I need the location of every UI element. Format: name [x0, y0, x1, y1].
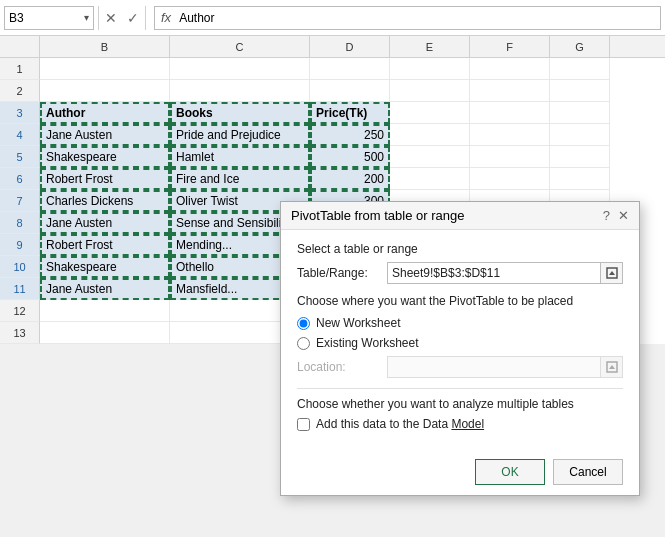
- cell-g2[interactable]: [550, 80, 610, 102]
- col-header-f[interactable]: F: [470, 36, 550, 57]
- dialog-close-icon[interactable]: ✕: [618, 208, 629, 223]
- cell-f4[interactable]: [470, 124, 550, 146]
- location-input[interactable]: [387, 356, 601, 378]
- cell-e3[interactable]: [390, 102, 470, 124]
- table-row: Shakespeare Hamlet 500: [40, 146, 665, 168]
- toolbar-icons: ✕ ✓: [103, 8, 141, 28]
- cell-f1[interactable]: [470, 58, 550, 80]
- cell-b1[interactable]: [40, 58, 170, 80]
- cell-b13[interactable]: [40, 322, 170, 344]
- cell-d3[interactable]: Price(Tk): [310, 102, 390, 124]
- col-header-e[interactable]: E: [390, 36, 470, 57]
- dialog-divider: [297, 388, 623, 389]
- name-box[interactable]: B3 ▾: [4, 6, 94, 30]
- cell-g3[interactable]: [550, 102, 610, 124]
- row-4[interactable]: 4: [0, 124, 40, 146]
- cell-e6[interactable]: [390, 168, 470, 190]
- row-6[interactable]: 6: [0, 168, 40, 190]
- cell-b6[interactable]: Robert Frost: [40, 168, 170, 190]
- cell-b2[interactable]: [40, 80, 170, 102]
- row-2[interactable]: 2: [0, 80, 40, 102]
- cell-b5[interactable]: Shakespeare: [40, 146, 170, 168]
- cell-b11[interactable]: Jane Austen: [40, 278, 170, 300]
- cell-c1[interactable]: [170, 58, 310, 80]
- cell-b12[interactable]: [40, 300, 170, 322]
- table-range-label: Table/Range:: [297, 266, 387, 280]
- cell-f6[interactable]: [470, 168, 550, 190]
- row-headers: 1 2 3 4 5 6 7 8 9 10 11 12 13: [0, 58, 40, 344]
- row-12[interactable]: 12: [0, 300, 40, 322]
- top-bar: B3 ▾ ✕ ✓ fx Author: [0, 0, 665, 36]
- cell-f5[interactable]: [470, 146, 550, 168]
- formula-bar[interactable]: fx Author: [154, 6, 661, 30]
- cell-f3[interactable]: [470, 102, 550, 124]
- cell-g6[interactable]: [550, 168, 610, 190]
- cell-g5[interactable]: [550, 146, 610, 168]
- cell-b10[interactable]: Shakespeare: [40, 256, 170, 278]
- cell-b4[interactable]: Jane Austen: [40, 124, 170, 146]
- cell-b3[interactable]: Author: [40, 102, 170, 124]
- section3-label: Choose whether you want to analyze multi…: [297, 397, 623, 411]
- cell-e1[interactable]: [390, 58, 470, 80]
- row-1[interactable]: 1: [0, 58, 40, 80]
- cancel-button[interactable]: Cancel: [553, 459, 623, 485]
- cell-e2[interactable]: [390, 80, 470, 102]
- cell-e5[interactable]: [390, 146, 470, 168]
- location-picker-icon[interactable]: [601, 356, 623, 378]
- dialog-help-icon[interactable]: ?: [603, 208, 610, 223]
- fx-label: fx: [161, 10, 171, 25]
- cell-g4[interactable]: [550, 124, 610, 146]
- cell-d5[interactable]: 500: [310, 146, 390, 168]
- confirm-icon[interactable]: ✓: [125, 8, 141, 28]
- new-worksheet-radio[interactable]: [297, 317, 310, 330]
- col-header-b[interactable]: B: [40, 36, 170, 57]
- existing-worksheet-radio-row: Existing Worksheet: [297, 336, 623, 350]
- row-3[interactable]: 3: [0, 102, 40, 124]
- cancel-icon[interactable]: ✕: [103, 8, 119, 28]
- name-box-dropdown-icon[interactable]: ▾: [84, 12, 89, 23]
- table-row: Jane Austen Pride and Prejudice 250: [40, 124, 665, 146]
- table-range-row: Table/Range:: [297, 262, 623, 284]
- col-header-c[interactable]: C: [170, 36, 310, 57]
- existing-worksheet-label: Existing Worksheet: [316, 336, 419, 350]
- cell-f2[interactable]: [470, 80, 550, 102]
- row-11[interactable]: 11: [0, 278, 40, 300]
- row-9[interactable]: 9: [0, 234, 40, 256]
- cell-g1[interactable]: [550, 58, 610, 80]
- cell-c5[interactable]: Hamlet: [170, 146, 310, 168]
- cell-c2[interactable]: [170, 80, 310, 102]
- row-5[interactable]: 5: [0, 146, 40, 168]
- checkbox-label-text: Add this data to the Data: [316, 417, 451, 431]
- spreadsheet: B C D E F G 1 2 3 4 5 6 7 8 9 10 11 12 1…: [0, 36, 665, 344]
- existing-worksheet-radio[interactable]: [297, 337, 310, 350]
- cell-d2[interactable]: [310, 80, 390, 102]
- data-model-checkbox-row: Add this data to the Data Model: [297, 417, 623, 431]
- location-label: Location:: [297, 360, 387, 374]
- section1-label: Select a table or range: [297, 242, 623, 256]
- table-row: Author Books Price(Tk): [40, 102, 665, 124]
- cell-b9[interactable]: Robert Frost: [40, 234, 170, 256]
- cell-c3[interactable]: Books: [170, 102, 310, 124]
- data-model-checkbox[interactable]: [297, 418, 310, 431]
- cell-d6[interactable]: 200: [310, 168, 390, 190]
- col-header-g[interactable]: G: [550, 36, 610, 57]
- cell-b7[interactable]: Charles Dickens: [40, 190, 170, 212]
- col-header-d[interactable]: D: [310, 36, 390, 57]
- cell-c4[interactable]: Pride and Prejudice: [170, 124, 310, 146]
- row-13[interactable]: 13: [0, 322, 40, 344]
- table-range-input[interactable]: [387, 262, 601, 284]
- data-model-label: Add this data to the Data Model: [316, 417, 484, 431]
- row-10[interactable]: 10: [0, 256, 40, 278]
- column-headers: B C D E F G: [0, 36, 665, 58]
- dialog-buttons: OK Cancel: [281, 453, 639, 495]
- row-8[interactable]: 8: [0, 212, 40, 234]
- table-range-picker-icon[interactable]: [601, 262, 623, 284]
- cell-c6[interactable]: Fire and Ice: [170, 168, 310, 190]
- ok-button[interactable]: OK: [475, 459, 545, 485]
- cell-d1[interactable]: [310, 58, 390, 80]
- cell-e4[interactable]: [390, 124, 470, 146]
- row-7[interactable]: 7: [0, 190, 40, 212]
- cell-b8[interactable]: Jane Austen: [40, 212, 170, 234]
- table-row: [40, 80, 665, 102]
- cell-d4[interactable]: 250: [310, 124, 390, 146]
